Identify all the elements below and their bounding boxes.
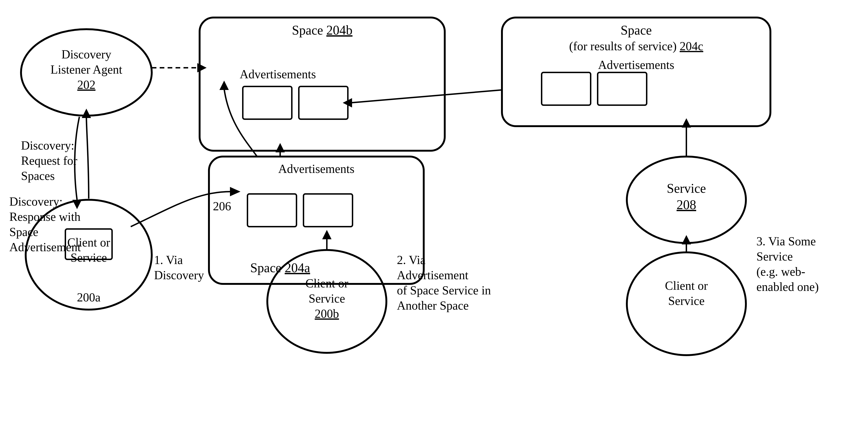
discovery-response-label-1: Discovery:	[9, 195, 63, 208]
client-3-label-1: Client or	[665, 279, 708, 292]
space-204b-ads-label: Advertisements	[240, 67, 316, 81]
space-204a-ads-label: Advertisements	[278, 162, 354, 175]
ad-rect-204a-1	[247, 194, 297, 227]
arrow-head-dashed	[197, 63, 207, 73]
ad-rect-204b-2	[299, 86, 348, 119]
ad-rect-204a-2	[304, 194, 352, 227]
label-206: 206	[213, 200, 231, 213]
via-ad-label-2: Advertisement	[397, 268, 469, 282]
space-204a-title: Space 204a	[250, 260, 310, 275]
via-discovery-label-2: Discovery	[154, 268, 204, 282]
discovery-response-label-3: Space	[9, 225, 38, 238]
discovery-agent-label-3: 202	[77, 78, 95, 91]
arrow-head-agent-to-200a	[72, 200, 82, 209]
via-service-label-4: enabled one)	[756, 280, 819, 294]
arrow-head-200b-204a	[322, 230, 332, 239]
client-200b-label-1: Client or	[305, 277, 348, 290]
space-204b-title: Space 204b	[292, 23, 352, 37]
space-204b-border	[199, 18, 445, 151]
client-200b-label-3: 200b	[315, 307, 339, 320]
client-200b-label-2: Service	[309, 292, 345, 305]
ad-rect-204c-1	[541, 73, 591, 105]
via-ad-label-3: of Space Service in	[397, 284, 491, 297]
discovery-agent-label-2: Listener Agent	[51, 63, 122, 76]
ad-rect-204b-1	[243, 86, 292, 119]
arrow-200a-to-agent	[86, 117, 89, 199]
arrow-head-208-204c	[682, 118, 691, 127]
ad-rect-204c-2	[598, 73, 647, 105]
via-discovery-label-1: 1. Via	[154, 253, 183, 266]
discovery-response-label-2: Response with	[9, 210, 81, 223]
via-service-label-2: Service	[756, 250, 793, 263]
space-204c-title-1: Space	[621, 23, 652, 37]
space-204a-border	[209, 156, 424, 284]
space-204c-ads-label: Advertisements	[598, 58, 674, 72]
client-200a-label-3: 200a	[77, 291, 100, 304]
discovery-response-label-4: Advertisement	[9, 240, 81, 254]
via-service-label-3: (e.g. web-	[756, 265, 805, 279]
arrow-head-204a-204b	[276, 143, 285, 152]
client-3-label-2: Service	[668, 294, 705, 308]
via-ad-label-1: 2. Via	[397, 253, 426, 266]
space-204c-title-2: (for results of service) 204c	[569, 39, 704, 53]
via-service-label-1: 3. Via Some	[756, 235, 816, 248]
arrow-head-client3-208	[682, 235, 691, 245]
arrow-204a-to-204b-2	[224, 89, 257, 156]
service-208-label-1: Service	[667, 181, 706, 196]
via-ad-label-4: Another Space	[397, 299, 469, 312]
service-208-label-2: 208	[677, 197, 696, 212]
discovery-request-label-1: Discovery:	[21, 139, 74, 152]
discovery-request-label-3: Spaces	[21, 169, 55, 182]
discovery-agent-label-1: Discovery	[61, 48, 111, 61]
diagram: Space 204b Advertisements Space (for res…	[0, 0, 868, 429]
discovery-request-label-2: Request for	[21, 154, 77, 167]
arrow-head-200a-to-204a	[230, 187, 241, 196]
arrow-head-200a-to-agent	[82, 109, 91, 118]
arrow-head-204a-to-204b-2	[219, 81, 229, 90]
arrow-204c-to-204b	[350, 90, 501, 103]
